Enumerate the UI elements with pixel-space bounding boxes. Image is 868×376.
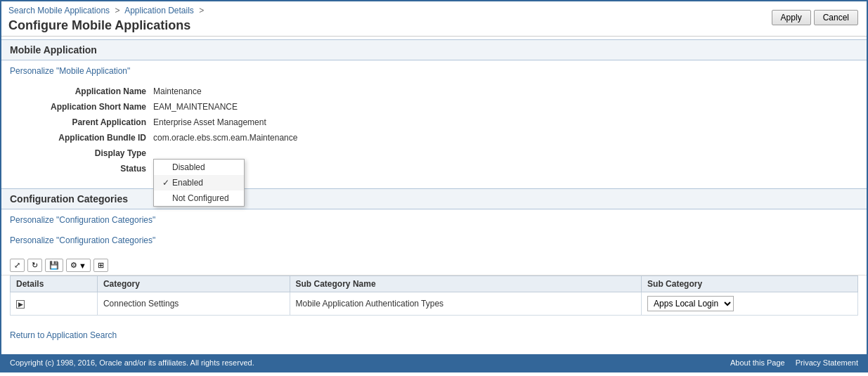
personalize-config-link-1[interactable]: Personalize "Configuration Categories" — [10, 214, 858, 227]
col-details: Details — [11, 276, 98, 292]
sub-category-select[interactable]: Apps Local Login — [647, 296, 734, 311]
header-actions: Apply Cancel — [772, 10, 858, 25]
page-title: Configure Mobile Applications — [8, 18, 860, 33]
row-sub-category-name-cell: Mobile Application Authentication Types — [290, 292, 642, 316]
about-page-link[interactable]: About this Page — [730, 358, 785, 367]
form-row-status: Status — [11, 162, 857, 176]
refresh-button[interactable]: ↻ — [27, 259, 42, 272]
check-not-configured — [162, 193, 172, 203]
app-short-name-value: EAM_MAINTENANCE — [153, 100, 857, 114]
display-type-value: Disabled ✓Enabled Not Configured — [153, 146, 857, 160]
config-categories-table: Details Category Sub Category Name Sub C… — [10, 275, 858, 316]
mobile-application-section-content: Personalize "Mobile Application" Applica… — [1, 60, 867, 186]
table-body: ▶ Connection Settings Mobile Application… — [11, 292, 858, 316]
page-footer: Copyright (c) 1998, 2016, Oracle and/or … — [1, 354, 867, 371]
page-header: Search Mobile Applications > Application… — [1, 1, 867, 37]
return-link[interactable]: Return to Application Search — [10, 330, 117, 340]
apply-button[interactable]: Apply — [772, 10, 811, 25]
config-personalize-links: Personalize "Configuration Categories" P… — [1, 209, 867, 256]
config-categories-section-header: Configuration Categories — [1, 188, 867, 209]
check-enabled: ✓ — [162, 178, 172, 188]
breadcrumb: Search Mobile Applications > Application… — [8, 6, 860, 15]
row-category-cell: Connection Settings — [97, 292, 290, 316]
row-details-cell: ▶ — [11, 292, 98, 316]
form-row-parent: Parent Application Enterprise Asset Mana… — [11, 115, 857, 129]
app-short-name-label: Application Short Name — [11, 100, 152, 114]
cancel-button[interactable]: Cancel — [814, 10, 858, 25]
form-row-name: Application Name Maintenance — [11, 84, 857, 98]
config-toolbar: ⤢ ↻ 💾 ⚙ ▼ ⊞ — [1, 256, 867, 275]
row-sub-category-cell: Apps Local Login — [642, 292, 858, 316]
form-row-short-name: Application Short Name EAM_MAINTENANCE — [11, 100, 857, 114]
refresh-icon: ↻ — [32, 261, 38, 270]
form-row-bundle: Application Bundle ID com.oracle.ebs.scm… — [11, 131, 857, 145]
breadcrumb-search-link[interactable]: Search Mobile Applications — [8, 6, 110, 15]
mobile-application-section-header: Mobile Application — [1, 39, 867, 60]
option-enabled[interactable]: ✓Enabled — [154, 175, 244, 190]
row-expand-icon[interactable]: ▶ — [16, 300, 25, 309]
status-label: Status — [11, 162, 152, 176]
option-disabled[interactable]: Disabled — [154, 160, 244, 175]
parent-app-label: Parent Application — [11, 115, 152, 129]
expand-button[interactable]: ⤢ — [10, 259, 25, 272]
bundle-id-label: Application Bundle ID — [11, 131, 152, 145]
save-button[interactable]: 💾 — [45, 259, 63, 272]
grid-icon: ⊞ — [98, 261, 104, 270]
copyright-text: Copyright (c) 1998, 2016, Oracle and/or … — [10, 358, 254, 367]
breadcrumb-details-link[interactable]: Application Details — [124, 6, 194, 15]
return-link-section: Return to Application Search — [1, 321, 867, 349]
breadcrumb-separator-2: > — [199, 6, 204, 15]
check-disabled — [162, 162, 172, 172]
col-category: Category — [97, 276, 290, 292]
status-value — [153, 162, 857, 176]
gear-icon: ⚙ — [70, 261, 77, 270]
footer-links: About this Page Privacy Statement — [722, 358, 858, 367]
personalize-config-link-2[interactable]: Personalize "Configuration Categories" — [10, 234, 858, 247]
app-name-label: Application Name — [11, 84, 152, 98]
col-sub-category: Sub Category — [642, 276, 858, 292]
save-icon: 💾 — [49, 261, 59, 270]
status-dropdown[interactable]: Disabled ✓Enabled Not Configured — [153, 159, 245, 207]
display-type-label: Display Type — [11, 146, 152, 160]
config-table-wrapper: Details Category Sub Category Name Sub C… — [1, 275, 867, 321]
parent-app-value: Enterprise Asset Management — [153, 115, 857, 129]
settings-button[interactable]: ⚙ ▼ — [66, 259, 91, 272]
personalize-mobile-app-link[interactable]: Personalize "Mobile Application" — [10, 66, 858, 76]
option-not-configured[interactable]: Not Configured — [154, 190, 244, 206]
bundle-id-value: com.oracle.ebs.scm.eam.Maintenance — [153, 131, 857, 145]
privacy-statement-link[interactable]: Privacy Statement — [796, 358, 858, 367]
settings-chevron-icon: ▼ — [79, 261, 86, 270]
table-row: ▶ Connection Settings Mobile Application… — [11, 292, 858, 316]
header-row: Details Category Sub Category Name Sub C… — [11, 276, 858, 292]
form-row-display: Display Type Disabled ✓Enabled Not Confi… — [11, 146, 857, 160]
col-sub-category-name: Sub Category Name — [290, 276, 642, 292]
application-form: Application Name Maintenance Application… — [10, 83, 858, 177]
grid-button[interactable]: ⊞ — [93, 259, 108, 272]
app-name-value: Maintenance — [153, 84, 857, 98]
breadcrumb-separator-1: > — [115, 6, 119, 15]
expand-icon: ⤢ — [14, 261, 20, 270]
table-header: Details Category Sub Category Name Sub C… — [11, 276, 858, 292]
